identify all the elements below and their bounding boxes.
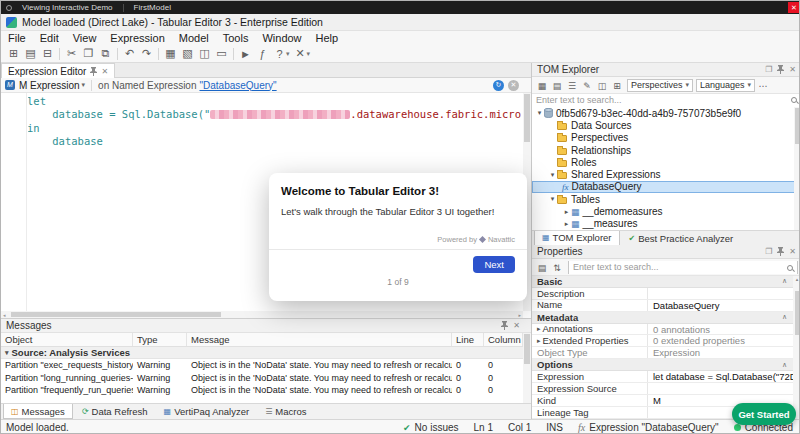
tab-macros[interactable]: ☰ Macros <box>258 404 313 419</box>
chevron-right-icon[interactable]: ▸ <box>562 220 571 228</box>
tree-node-shared-expressions[interactable]: ▾ Shared Expressions <box>532 168 800 180</box>
scrollbar-thumb[interactable] <box>524 94 530 142</box>
float-panel-icon[interactable]: ❐ <box>765 65 772 74</box>
chevron-down-icon[interactable]: ▾ <box>5 349 9 357</box>
context-expression-link[interactable]: "DatabaseQuery" <box>199 80 276 91</box>
paste-icon[interactable]: ⧉ <box>97 47 114 60</box>
tab-data-refresh[interactable]: ⟳ Data Refresh <box>75 404 155 419</box>
tree-node-demomeasures[interactable]: ▸ ▦ __demomeasures <box>532 205 800 217</box>
tree-node-relationships[interactable]: Relationships <box>532 144 800 156</box>
close-icon[interactable]: ✕ <box>789 247 796 256</box>
collapse-icon[interactable]: ∧ <box>782 361 787 369</box>
property-group-basic[interactable]: Basic ∧ <box>532 276 793 288</box>
pin-icon[interactable] <box>777 247 784 256</box>
close-icon[interactable]: ✕ <box>513 321 520 330</box>
tab-vertipaq-analyzer[interactable]: ▦ VertiPaq Analyzer <box>157 404 257 419</box>
menu-edit[interactable]: Edit <box>33 32 66 44</box>
categorized-view-icon[interactable]: ▤ <box>535 261 549 274</box>
grid-view-icon[interactable]: ▦ <box>162 47 179 60</box>
horizontal-scrollbar[interactable]: ◂ ▸ <box>1 311 523 318</box>
menu-file[interactable]: File <box>1 32 33 44</box>
properties-search-input[interactable] <box>569 261 797 274</box>
menu-expression[interactable]: Expression <box>103 32 171 44</box>
vertical-scrollbar[interactable]: ▴ <box>793 276 800 419</box>
more-options-icon[interactable]: ⋯ <box>756 79 770 92</box>
vertical-scrollbar[interactable] <box>523 333 531 403</box>
scrollbar-thumb[interactable] <box>795 291 800 335</box>
perspectives-dropdown[interactable]: Perspectives ▾ <box>627 79 693 92</box>
powered-by[interactable]: Powered by Navattic <box>281 235 515 244</box>
tab-expression-editor[interactable]: Expression Editor ✕ <box>1 63 115 78</box>
pin-icon[interactable] <box>777 65 784 74</box>
property-row-object-type[interactable]: Object Type Expression <box>532 347 793 359</box>
chevron-right-icon[interactable]: ▸ <box>537 324 541 335</box>
pin-icon[interactable] <box>90 67 97 76</box>
tab-messages[interactable]: ◫ Messages <box>3 404 73 419</box>
pivot-view-icon[interactable]: ▧ <box>179 47 196 60</box>
scrollbar-thumb[interactable] <box>795 108 800 144</box>
model-view-icon[interactable]: ▦ <box>535 79 549 92</box>
run-icon[interactable]: ► <box>237 48 254 60</box>
chevron-right-icon[interactable]: ▸ <box>537 335 541 346</box>
comment-icon[interactable]: ◫ <box>196 47 213 60</box>
languages-dropdown[interactable]: Languages ▾ <box>696 79 755 92</box>
tree-node-measures[interactable]: ▸ ▦ __measures <box>532 218 800 230</box>
scroll-right-icon[interactable]: ▸ <box>518 312 521 318</box>
tom-search-input[interactable] <box>532 94 800 107</box>
property-row-annotations[interactable]: ▸Annotations 0 annotations <box>532 324 793 336</box>
pin-icon[interactable] <box>501 321 508 330</box>
chevron-down-icon[interactable]: ▾ <box>548 195 557 203</box>
property-row-name[interactable]: Name DatabaseQuery <box>532 300 793 312</box>
get-started-button[interactable]: Get Started <box>732 403 796 425</box>
collapse-icon[interactable]: ∧ <box>782 313 787 321</box>
alphabetical-sort-icon[interactable]: ⇅ <box>550 261 564 274</box>
menu-tools[interactable]: Tools <box>216 32 256 44</box>
scrollbar-thumb[interactable] <box>11 312 221 317</box>
expression-kind-selector[interactable]: M Expression <box>19 80 80 91</box>
close-icon[interactable]: ✕ <box>101 67 108 76</box>
open-icon[interactable]: ▤ <box>22 47 39 60</box>
column-header-line[interactable]: Line <box>452 333 484 346</box>
menu-help[interactable]: Help <box>309 32 346 44</box>
tree-node-perspectives[interactable]: Perspectives <box>532 132 800 144</box>
filter-icon[interactable]: ◫ <box>595 79 609 92</box>
chevron-down-icon[interactable]: ▾ <box>307 50 311 58</box>
redo-icon[interactable]: ↷ <box>138 47 155 60</box>
property-row-extended-properties[interactable]: ▸Extended Properties 0 extended properti… <box>532 335 793 347</box>
demo-close-button[interactable]: ✕ <box>788 2 800 13</box>
close-icon[interactable]: ✕ <box>789 65 796 74</box>
scrollbar-thumb[interactable] <box>524 334 530 364</box>
tab-tom-explorer[interactable]: ▦ TOM Explorer <box>534 231 620 246</box>
tab-best-practice-analyzer[interactable]: ✔ Best Practice Analyzer <box>622 231 741 246</box>
expand-all-icon[interactable]: ⊞ <box>610 79 624 92</box>
property-row-description[interactable]: Description <box>532 288 793 300</box>
edit-icon[interactable]: ✎ <box>580 79 594 92</box>
cut-icon[interactable]: ✂ <box>63 47 80 60</box>
columns-view-icon[interactable]: ▤ <box>550 79 564 92</box>
property-group-metadata[interactable]: Metadata ∧ <box>532 312 793 324</box>
menu-window[interactable]: Window <box>255 32 308 44</box>
undo-icon[interactable]: ↶ <box>121 47 138 60</box>
message-row[interactable]: Partition "frequently_run_queries-d2... … <box>1 384 523 397</box>
column-header-type[interactable]: Type <box>133 333 187 346</box>
menu-model[interactable]: Model <box>172 32 216 44</box>
chevron-down-icon[interactable]: ▾ <box>286 50 290 58</box>
vertical-scrollbar[interactable] <box>794 107 800 230</box>
tree-node-tables[interactable]: ▾ Tables <box>532 193 800 205</box>
tree-node-roles[interactable]: Roles <box>532 156 800 168</box>
apply-expression-button[interactable]: ↻ <box>493 80 504 91</box>
messages-group-row[interactable]: ▾ Source: Analysis Services <box>1 347 523 359</box>
property-row-expression[interactable]: Expression let database = Sql.Database("… <box>532 371 793 383</box>
new-icon[interactable]: ⊞ <box>5 47 22 60</box>
next-button[interactable]: Next <box>473 256 515 273</box>
message-row[interactable]: Partition "exec_requests_history-c7d... … <box>1 359 523 372</box>
note-icon[interactable]: ▭ <box>213 47 230 60</box>
demo-tab-firstmodel[interactable]: FirstModel <box>128 3 177 12</box>
chevron-down-icon[interactable]: ▾ <box>82 81 86 89</box>
column-header-object[interactable]: Object <box>1 333 133 346</box>
column-header-message[interactable]: Message <box>187 333 452 346</box>
property-row-expression-source[interactable]: Expression Source <box>532 383 793 395</box>
float-panel-icon[interactable]: ❐ <box>765 247 772 256</box>
chevron-right-icon[interactable]: ▸ <box>562 208 571 216</box>
menu-view[interactable]: View <box>66 32 104 44</box>
